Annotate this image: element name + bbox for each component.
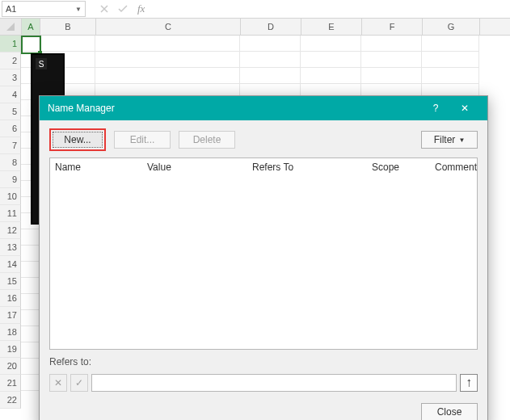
col-header-C[interactable]: C bbox=[96, 19, 241, 35]
new-button[interactable]: New... bbox=[53, 132, 103, 148]
refers-to-label: Refers to: bbox=[49, 356, 478, 368]
dialog-footer: Close bbox=[49, 398, 478, 420]
help-button[interactable]: ? bbox=[421, 96, 450, 120]
row-header[interactable]: 4 bbox=[0, 86, 21, 103]
close-dialog-button[interactable]: Close bbox=[421, 403, 478, 420]
background-tab-char: S bbox=[36, 58, 47, 69]
col-name[interactable]: Name bbox=[50, 162, 142, 173]
row-header[interactable]: 5 bbox=[0, 103, 21, 120]
dialog-titlebar[interactable]: Name Manager ? ✕ bbox=[40, 96, 487, 120]
row-header[interactable]: 22 bbox=[0, 392, 21, 409]
col-comment[interactable]: Comment bbox=[430, 162, 477, 173]
check-icon bbox=[118, 5, 128, 13]
worksheet-grid[interactable]: 1 2 3 4 5 6 7 8 9 10 11 12 13 14 15 16 1… bbox=[0, 36, 510, 420]
row-header[interactable]: 6 bbox=[0, 120, 21, 137]
dialog-toolbar: New... Edit... Delete Filter ▼ bbox=[49, 128, 478, 151]
names-list-header: Name Value Refers To Scope Comment bbox=[50, 158, 477, 176]
refers-confirm-button[interactable]: ✓ bbox=[70, 374, 88, 392]
refers-cancel-button[interactable]: ✕ bbox=[49, 374, 67, 392]
col-scope[interactable]: Scope bbox=[367, 162, 430, 173]
name-box-value: A1 bbox=[6, 4, 16, 14]
row-header[interactable]: 11 bbox=[0, 205, 21, 222]
help-icon: ? bbox=[433, 103, 439, 114]
collapse-dialog-button[interactable]: ⭡ bbox=[460, 374, 478, 392]
cancel-icon bbox=[100, 5, 108, 13]
col-header-G[interactable]: G bbox=[423, 19, 480, 35]
column-headers: A B C D E F G bbox=[0, 19, 510, 36]
names-list[interactable]: Name Value Refers To Scope Comment bbox=[49, 158, 478, 350]
cancel-icon: ✕ bbox=[54, 377, 62, 388]
row-header[interactable]: 12 bbox=[0, 222, 21, 239]
check-icon: ✓ bbox=[75, 377, 83, 388]
name-box[interactable]: A1 ▼ bbox=[2, 1, 86, 17]
col-header-E[interactable]: E bbox=[301, 19, 362, 35]
delete-button-label: Delete bbox=[193, 134, 221, 145]
row-header[interactable]: 21 bbox=[0, 375, 21, 392]
chevron-down-icon: ▼ bbox=[458, 136, 465, 144]
row-header[interactable]: 17 bbox=[0, 307, 21, 324]
col-header-D[interactable]: D bbox=[241, 19, 301, 35]
new-button-highlight: New... bbox=[49, 128, 106, 151]
row-header[interactable]: 20 bbox=[0, 358, 21, 375]
collapse-icon: ⭡ bbox=[465, 378, 474, 388]
delete-button[interactable]: Delete bbox=[179, 131, 235, 149]
row-header[interactable]: 2 bbox=[0, 52, 21, 69]
filter-button-label: Filter bbox=[434, 134, 456, 145]
new-button-label: New... bbox=[64, 134, 91, 145]
dialog-body: New... Edit... Delete Filter ▼ Name bbox=[40, 120, 487, 420]
row-header[interactable]: 1 bbox=[0, 36, 21, 52]
col-header-B[interactable]: B bbox=[40, 19, 96, 35]
dialog-title: Name Manager bbox=[48, 103, 421, 114]
col-refers[interactable]: Refers To bbox=[247, 162, 367, 173]
col-header-F[interactable]: F bbox=[362, 19, 423, 35]
row-header[interactable]: 10 bbox=[0, 188, 21, 205]
formula-bar: A1 ▼ fx bbox=[0, 0, 510, 19]
col-value[interactable]: Value bbox=[142, 162, 247, 173]
col-header-A[interactable]: A bbox=[22, 19, 40, 35]
row-header[interactable]: 3 bbox=[0, 69, 21, 86]
row-header[interactable]: 16 bbox=[0, 290, 21, 307]
row-header[interactable]: 15 bbox=[0, 273, 21, 290]
refers-to-row: ✕ ✓ ⭡ bbox=[49, 374, 478, 392]
row-header[interactable]: 18 bbox=[0, 324, 21, 341]
fx-icon[interactable]: fx bbox=[137, 2, 145, 15]
row-header[interactable]: 19 bbox=[0, 341, 21, 358]
close-icon: ✕ bbox=[461, 103, 469, 114]
row-headers: 1 2 3 4 5 6 7 8 9 10 11 12 13 14 15 16 1… bbox=[0, 36, 21, 409]
close-button-label: Close bbox=[437, 406, 462, 418]
refers-to-input[interactable] bbox=[91, 374, 457, 392]
name-manager-dialog: Name Manager ? ✕ New... Edit... Delete bbox=[39, 95, 488, 420]
chevron-down-icon: ▼ bbox=[75, 6, 82, 13]
formula-bar-actions: fx bbox=[91, 2, 145, 15]
select-all-corner[interactable] bbox=[0, 19, 22, 35]
row-header[interactable]: 9 bbox=[0, 171, 21, 188]
row-header[interactable]: 8 bbox=[0, 154, 21, 171]
row-header[interactable]: 14 bbox=[0, 256, 21, 273]
filter-button[interactable]: Filter ▼ bbox=[421, 131, 478, 149]
row-header[interactable]: 13 bbox=[0, 239, 21, 256]
close-button[interactable]: ✕ bbox=[450, 96, 479, 120]
edit-button-label: Edit... bbox=[130, 134, 155, 145]
edit-button[interactable]: Edit... bbox=[114, 131, 171, 149]
row-header[interactable]: 7 bbox=[0, 137, 21, 154]
